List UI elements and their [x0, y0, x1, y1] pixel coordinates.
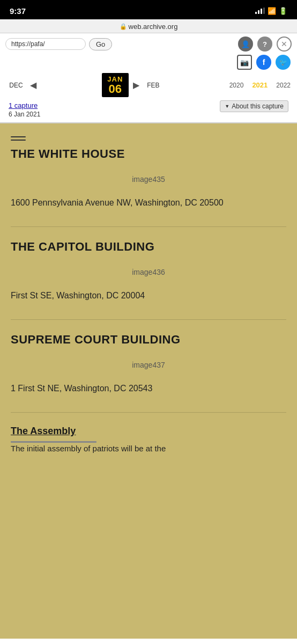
next-year[interactable]: 2022	[276, 82, 291, 89]
calendar-right: ▶ FEB	[131, 80, 224, 90]
dropdown-triangle-icon: ▼	[225, 104, 229, 109]
about-capture-label: About this capture	[232, 103, 284, 110]
status-time: 9:37	[10, 6, 26, 16]
help-icon[interactable]: ?	[257, 36, 272, 52]
address-bar-row: 🔒 web.archive.org	[0, 19, 297, 33]
building-name-1: THE CAPITOL BUILDING	[11, 240, 286, 254]
about-capture-button[interactable]: ▼ About this capture	[220, 100, 288, 112]
assembly-title: The Assembly	[11, 426, 286, 437]
user-icon[interactable]: 👤	[238, 36, 253, 52]
capture-info: 1 capture 6 Jan 2021	[9, 100, 40, 118]
wifi-icon: 📶	[268, 7, 276, 15]
building-name-0: THE WHITE HOUSE	[11, 147, 286, 161]
capture-date: 6 Jan 2021	[9, 111, 40, 118]
prev-year[interactable]: 2020	[229, 82, 244, 89]
camera-icon[interactable]: 📷	[237, 55, 252, 70]
facebook-icon[interactable]: f	[256, 55, 271, 70]
calendar-row: DEC ◀ JAN 06 ▶ FEB 2020 2021 2022	[5, 73, 292, 97]
next-month: FEB	[144, 82, 163, 89]
image-placeholder-1: image436	[11, 262, 286, 282]
divider-1	[11, 226, 286, 227]
status-bar: 9:37 📶 🔋	[0, 0, 297, 19]
wayback-toolbar: https://pafa/ Go 👤 ? ✕ 📷 f 🐦	[0, 33, 297, 123]
address-bar[interactable]: 🔒 web.archive.org	[120, 23, 178, 31]
assembly-section: The Assembly The initial assembly of pat…	[11, 426, 286, 455]
browser-chrome: 🔒 web.archive.org	[0, 19, 297, 33]
divider-3	[11, 412, 286, 413]
go-button[interactable]: Go	[89, 38, 112, 50]
lock-icon: 🔒	[120, 23, 127, 30]
close-icon[interactable]: ✕	[277, 36, 292, 52]
calendar-left: DEC ◀	[6, 80, 100, 90]
wayback-icons: 👤 ? ✕	[238, 36, 292, 52]
building-section-capitol: THE CAPITOL BUILDING image436 First St S…	[11, 240, 286, 302]
building-name-2: SUPREME COURT BUILDING	[11, 333, 286, 347]
building-section-supreme-court: SUPREME COURT BUILDING image437 1 First …	[11, 333, 286, 395]
twitter-icon[interactable]: 🐦	[276, 55, 291, 70]
menu-icon-row[interactable]	[11, 136, 286, 141]
calendar-center: JAN 06	[102, 73, 129, 97]
year-labels: 2020 2021 2022	[229, 81, 291, 89]
current-day: 06	[109, 83, 122, 95]
battery-icon: 🔋	[279, 7, 287, 15]
prev-arrow[interactable]: ◀	[28, 80, 39, 90]
hamburger-icon[interactable]	[11, 136, 26, 141]
wayback-url-input[interactable]: https://pafa/	[5, 38, 86, 50]
domain-label: web.archive.org	[129, 23, 178, 31]
prev-month: DEC	[6, 82, 26, 89]
page-content: THE WHITE HOUSE image435 1600 Pennsylvan…	[0, 123, 297, 639]
building-section-white-house: THE WHITE HOUSE image435 1600 Pennsylvan…	[11, 147, 286, 209]
image-placeholder-0: image435	[11, 170, 286, 189]
assembly-text: The initial assembly of patriots will be…	[11, 443, 286, 455]
current-year[interactable]: 2021	[252, 81, 268, 89]
image-placeholder-2: image437	[11, 355, 286, 375]
status-icons: 📶 🔋	[255, 7, 287, 15]
wayback-icons-row2: 📷 f 🐦	[5, 55, 292, 70]
building-address-0: 1600 Pennsylvania Avenue NW, Washington,…	[11, 196, 286, 209]
capture-row: 1 capture 6 Jan 2021 ▼ About this captur…	[5, 99, 292, 118]
building-address-1: First St SE, Washington, DC 20004	[11, 289, 286, 302]
building-address-2: 1 First St NE, Washington, DC 20543	[11, 382, 286, 395]
signal-icon	[255, 8, 265, 14]
capture-link[interactable]: 1 capture	[9, 101, 38, 109]
divider-2	[11, 319, 286, 320]
next-arrow[interactable]: ▶	[131, 80, 142, 90]
wayback-top-row: https://pafa/ Go 👤 ? ✕	[5, 36, 292, 52]
